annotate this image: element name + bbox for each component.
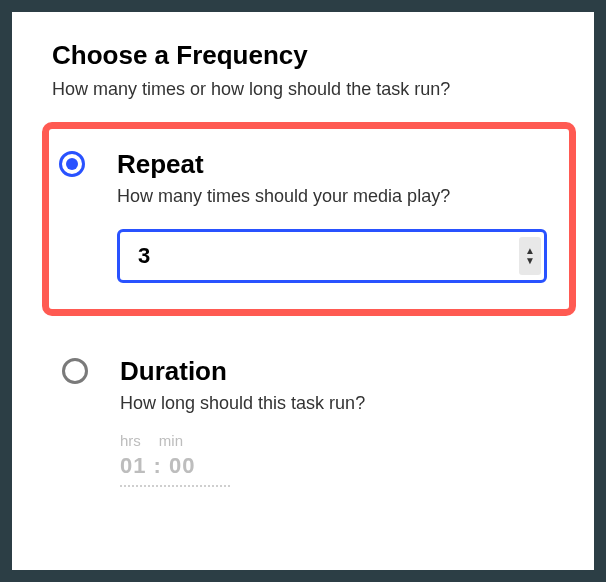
option-duration-title: Duration	[120, 356, 548, 387]
duration-labels: hrs min	[120, 432, 548, 449]
radio-duration-wrap	[62, 358, 90, 386]
radio-duration[interactable]	[62, 358, 88, 384]
duration-hrs-label: hrs	[120, 432, 141, 449]
option-repeat-body: Repeat How many times should your media …	[117, 149, 551, 283]
option-repeat[interactable]: Repeat How many times should your media …	[42, 122, 576, 316]
duration-min-label: min	[159, 432, 183, 449]
option-repeat-title: Repeat	[117, 149, 551, 180]
duration-value[interactable]: 01 : 00	[120, 453, 548, 479]
frequency-panel: Choose a Frequency How many times or how…	[12, 12, 594, 570]
section-title: Choose a Frequency	[52, 40, 566, 71]
section-subtitle: How many times or how long should the ta…	[52, 79, 566, 100]
option-duration-body: Duration How long should this task run? …	[120, 356, 548, 487]
radio-repeat-wrap	[59, 151, 87, 179]
option-repeat-subtitle: How many times should your media play?	[117, 186, 551, 207]
option-duration[interactable]: Duration How long should this task run? …	[52, 336, 566, 513]
duration-input-group: hrs min 01 : 00	[120, 432, 548, 487]
repeat-count-wrap: ▲ ▼	[117, 229, 547, 283]
stepper-down-icon: ▼	[525, 256, 535, 266]
duration-underline	[120, 485, 230, 487]
radio-repeat[interactable]	[59, 151, 85, 177]
repeat-stepper[interactable]: ▲ ▼	[519, 237, 541, 275]
option-duration-subtitle: How long should this task run?	[120, 393, 548, 414]
repeat-count-input[interactable]	[117, 229, 547, 283]
